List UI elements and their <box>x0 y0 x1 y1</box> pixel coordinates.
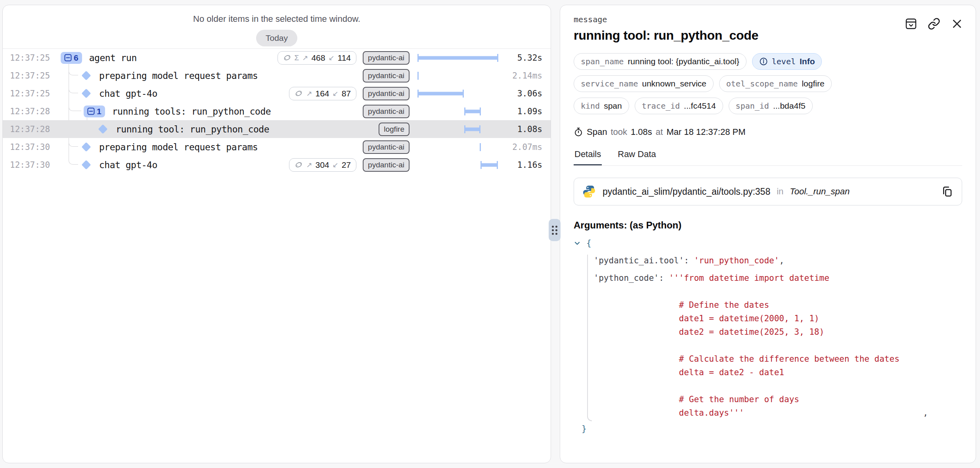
trace-row[interactable]: 12:37:281running tools: run_python_codep… <box>3 102 551 120</box>
row-timestamp: 12:37:25 <box>10 53 50 63</box>
received-arrow-icon: ↙ <box>333 89 339 98</box>
tokens-sent: 468 <box>311 53 325 63</box>
received-arrow-icon: ↙ <box>333 161 339 169</box>
code-segment: 'pydantic_ai.tool' <box>594 256 684 265</box>
pill-row: kindspantrace_id...fc4514span_id...bda4f… <box>574 98 962 114</box>
attribute-pill-kind: kindspan <box>574 98 629 114</box>
close-icon <box>951 18 963 30</box>
row-label: preparing model request params <box>80 67 258 84</box>
code-segment: , <box>779 256 784 265</box>
row-timestamp: 12:37:30 <box>10 160 50 170</box>
timeline-cap <box>479 125 480 133</box>
span-diamond-icon <box>81 160 91 169</box>
sent-arrow-icon: ↗ <box>302 54 308 62</box>
sent-arrow-icon: ↗ <box>306 161 312 169</box>
tab-raw-data[interactable]: Raw Data <box>617 149 657 165</box>
code-segment: # Calculate the difference between the d… <box>679 354 900 364</box>
duration: 5.32s <box>517 53 542 63</box>
duration: 1.16s <box>517 160 542 170</box>
pill-value: Info <box>800 57 815 66</box>
row-label: running tool: run_python_code <box>97 120 269 138</box>
row-timestamp: 12:37:25 <box>10 89 50 98</box>
scope-tag: logfire <box>379 123 410 136</box>
copy-path-button[interactable] <box>940 185 954 198</box>
collapse-badge[interactable]: 1 <box>84 105 105 117</box>
span-detail-panel: message <box>560 5 976 463</box>
today-button[interactable]: Today <box>256 30 297 46</box>
row-timestamp: 12:37:28 <box>10 125 50 134</box>
arguments-code-block: { 'pydantic_ai.tool': 'run_python_code',… <box>574 236 962 435</box>
pill-value: ...fc4514 <box>684 101 716 111</box>
square-minus-icon <box>87 107 95 115</box>
pill-key: service_name <box>581 79 638 88</box>
pill-key: span_id <box>736 101 769 111</box>
attribute-pill-service_name: service_nameunknown_service <box>574 75 714 92</box>
code-line: delta = date2 - date1 <box>574 366 962 379</box>
child-count: 6 <box>74 53 78 63</box>
row-timestamp: 12:37:25 <box>10 71 50 81</box>
trace-row[interactable]: 12:37:28running tool: run_python_codelog… <box>3 120 551 138</box>
info-icon <box>759 57 768 66</box>
timeline-bar <box>417 56 498 59</box>
span-diamond-icon <box>81 71 91 80</box>
copy-link-button[interactable] <box>927 17 941 31</box>
span-name: chat gpt-4o <box>99 88 157 99</box>
timeline-track <box>417 84 498 102</box>
duration: 2.07ms <box>512 142 542 152</box>
timing-duration: 1.08s <box>631 127 652 137</box>
tokens-sent: 304 <box>316 160 329 170</box>
timeline-bar <box>464 109 481 113</box>
close-panel-button[interactable] <box>950 17 964 31</box>
pill-value: unknown_service <box>642 79 706 88</box>
source-function: Tool._run_span <box>790 186 850 197</box>
pill-key: kind <box>581 101 600 111</box>
pill-row: service_nameunknown_serviceotel_scope_na… <box>574 75 962 92</box>
span-diamond-icon <box>98 124 107 134</box>
span-name: running tool: run_python_code <box>116 124 269 134</box>
trace-list-panel: No older items in the selected time wind… <box>2 5 551 463</box>
pill-value: logfire <box>802 79 824 88</box>
timeline-tick <box>417 72 419 80</box>
code-line: date2 = datetime(2025, 3, 18) <box>574 325 962 339</box>
scope-tag: pydantic-ai <box>363 87 410 100</box>
trace-row[interactable]: 12:37:25preparing model request paramspy… <box>3 67 551 84</box>
close-brace: } <box>574 422 962 435</box>
save-view-button[interactable] <box>904 17 918 31</box>
row-label: chat gpt-4o <box>80 156 157 174</box>
token-coin-icon <box>295 161 303 169</box>
chevron-down-icon[interactable] <box>574 240 581 247</box>
tab-details[interactable]: Details <box>574 149 602 165</box>
timeline-track <box>417 67 498 84</box>
timeline-track <box>417 138 498 156</box>
timeline-track <box>417 156 498 174</box>
pill-key: otel_scope_name <box>726 79 798 88</box>
code-segment: delta.days''' <box>679 408 744 418</box>
span-diamond-icon <box>81 142 91 152</box>
pill-key: trace_id <box>642 101 680 111</box>
tokens-received: 114 <box>338 53 351 63</box>
pill-row: span_namerunning tool: {pydantic_ai.tool… <box>574 53 962 70</box>
attribute-pill-otel_scope_name: otel_scope_namelogfire <box>719 75 832 92</box>
sent-arrow-icon: ↗ <box>306 89 312 98</box>
stopwatch-icon <box>574 127 583 137</box>
row-label: preparing model request params <box>80 138 258 156</box>
token-usage-badge: ↗164↙87 <box>289 87 356 100</box>
source-location[interactable]: pydantic_ai_slim/pydantic_ai/tools.py:35… <box>574 178 962 205</box>
timing-prefix: Span <box>587 127 607 137</box>
panel-resize-handle[interactable] <box>549 219 561 241</box>
code-segment: 'python_code' <box>594 273 659 283</box>
attribute-pill-span_id: span_id...bda4f5 <box>729 98 813 114</box>
trace-row[interactable]: 12:37:30chat gpt-4o↗304↙27pydantic-ai1.1… <box>3 156 551 174</box>
token-coin-icon <box>295 89 303 98</box>
timeline-cap <box>480 107 481 115</box>
code-line: # Define the dates <box>574 298 962 312</box>
collapse-badge[interactable]: 6 <box>61 52 82 64</box>
duration: 2.14ms <box>512 71 542 81</box>
duration: 3.06s <box>517 89 542 98</box>
trace-row[interactable]: 12:37:30preparing model request paramspy… <box>3 138 551 156</box>
tokens-received: 27 <box>342 160 351 170</box>
timing-timestamp: Mar 18 12:37:28 PM <box>666 127 745 137</box>
trace-row[interactable]: 12:37:256agent runΣ↗468↙114pydantic-ai5.… <box>3 49 551 67</box>
trace-row[interactable]: 12:37:25chat gpt-4o↗164↙87pydantic-ai3.0… <box>3 84 551 102</box>
code-segment: : <box>659 273 669 283</box>
